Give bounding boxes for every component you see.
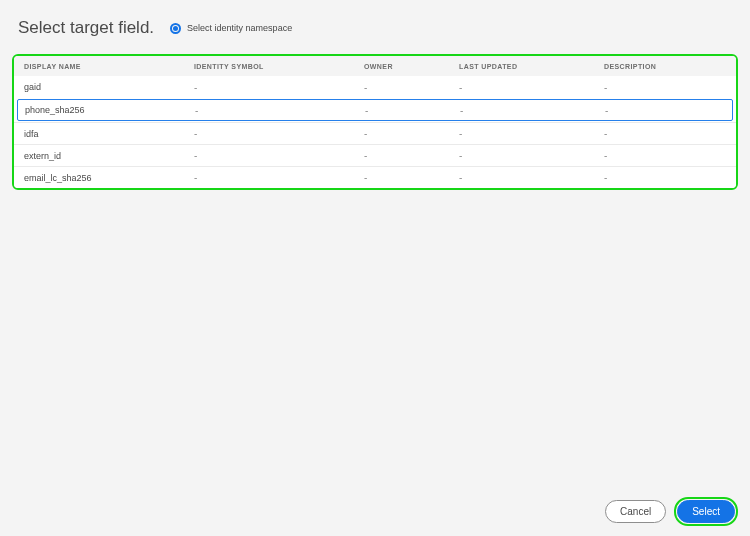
identity-namespace-table: DISPLAY NAME IDENTITY SYMBOL OWNER LAST …: [12, 54, 738, 190]
cell-identity-symbol: -: [194, 150, 364, 161]
table-row[interactable]: gaid----: [14, 76, 736, 98]
cell-identity-symbol: -: [194, 128, 364, 139]
cell-last-updated: -: [459, 150, 604, 161]
radio-checked-icon: [170, 23, 181, 34]
col-header-last-updated: LAST UPDATED: [459, 63, 604, 70]
table-row[interactable]: phone_sha256----: [17, 99, 733, 121]
cell-identity-symbol: -: [195, 105, 365, 116]
cell-identity-symbol: -: [194, 82, 364, 93]
cell-last-updated: -: [459, 82, 604, 93]
page-header: Select target field. Select identity nam…: [0, 0, 750, 48]
col-header-identity-symbol: IDENTITY SYMBOL: [194, 63, 364, 70]
dialog-footer: Cancel Select: [605, 497, 738, 526]
radio-label: Select identity namespace: [187, 23, 292, 33]
radio-identity-namespace[interactable]: Select identity namespace: [170, 23, 292, 34]
cell-description: -: [604, 172, 726, 183]
cell-display-name: idfa: [24, 129, 194, 139]
cell-description: -: [604, 150, 726, 161]
cancel-button[interactable]: Cancel: [605, 500, 666, 523]
cell-last-updated: -: [459, 128, 604, 139]
cell-owner: -: [364, 82, 459, 93]
cell-owner: -: [364, 128, 459, 139]
cell-owner: -: [364, 150, 459, 161]
cell-identity-symbol: -: [194, 172, 364, 183]
cell-owner: -: [364, 172, 459, 183]
cell-last-updated: -: [459, 172, 604, 183]
col-header-description: DESCRIPTION: [604, 63, 726, 70]
page-title: Select target field.: [18, 18, 154, 38]
cell-display-name: email_lc_sha256: [24, 173, 194, 183]
table-header-row: DISPLAY NAME IDENTITY SYMBOL OWNER LAST …: [14, 56, 736, 76]
cell-display-name: gaid: [24, 82, 194, 92]
cell-description: -: [604, 82, 726, 93]
table-row[interactable]: extern_id----: [14, 144, 736, 166]
cell-last-updated: -: [460, 105, 605, 116]
col-header-owner: OWNER: [364, 63, 459, 70]
cell-display-name: extern_id: [24, 151, 194, 161]
select-button-highlight: Select: [674, 497, 738, 526]
table-row[interactable]: idfa----: [14, 122, 736, 144]
col-header-display-name: DISPLAY NAME: [24, 63, 194, 70]
cell-description: -: [604, 128, 726, 139]
table-row[interactable]: email_lc_sha256----: [14, 166, 736, 188]
cell-owner: -: [365, 105, 460, 116]
select-button[interactable]: Select: [677, 500, 735, 523]
cell-description: -: [605, 105, 725, 116]
cell-display-name: phone_sha256: [25, 105, 195, 115]
